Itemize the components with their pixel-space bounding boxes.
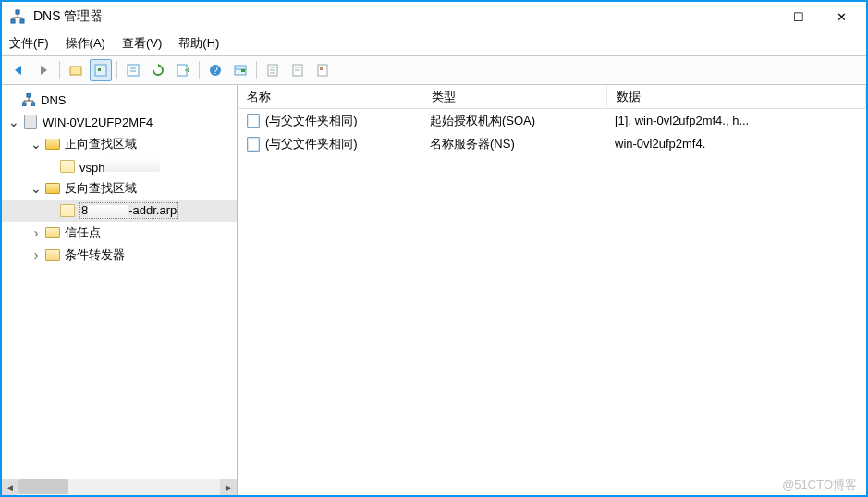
menu-bar: 文件(F) 操作(A) 查看(V) 帮助(H) [2, 31, 866, 55]
maximize-button[interactable]: ☐ [777, 3, 820, 30]
cell-name: (与父文件夹相同) [238, 111, 422, 131]
menu-help[interactable]: 帮助(H) [178, 35, 219, 52]
toolbar-icon-2[interactable] [90, 59, 112, 81]
tree-node-forward-item[interactable]: vsph [2, 155, 237, 177]
nav-forward-button[interactable] [32, 59, 55, 81]
window-title: DNS 管理器 [33, 8, 735, 25]
tree-node-trust[interactable]: 信任点 [2, 222, 237, 244]
svg-rect-30 [31, 103, 35, 106]
tree-label: WIN-0VL2UFP2MF4 [43, 115, 153, 129]
folder-icon [44, 224, 61, 241]
scroll-track[interactable] [18, 479, 220, 495]
svg-rect-28 [27, 93, 31, 97]
refresh-button[interactable] [147, 59, 169, 81]
column-header-name[interactable]: 名称 [238, 85, 422, 108]
tree-label: 反向查找区域 [65, 180, 137, 197]
window-controls: — ☐ ✕ [735, 3, 862, 30]
list-row[interactable]: (与父文件夹相同) 起始授权机构(SOA) [1], win-0vl2ufp2m… [238, 109, 866, 132]
svg-rect-2 [20, 19, 24, 23]
zone-file-icon [59, 158, 76, 175]
toolbar-icon-1[interactable] [65, 59, 87, 81]
toolbar-separator [116, 61, 117, 79]
svg-rect-29 [22, 103, 26, 106]
svg-rect-27 [320, 67, 323, 70]
folder-icon [44, 247, 61, 263]
list-body: (与父文件夹相同) 起始授权机构(SOA) [1], win-0vl2ufp2m… [238, 109, 866, 495]
tree-label: vsph [79, 159, 160, 175]
watermark: @51CTO博客 [782, 477, 857, 493]
svg-text:?: ? [213, 66, 218, 76]
nav-back-button[interactable] [7, 59, 30, 81]
tree-label: 8-addr.arp [79, 202, 178, 219]
tree-node-server[interactable]: WIN-0VL2UFP2MF4 [2, 111, 237, 133]
content-area: DNS WIN-0VL2UFP2MF4 正向查找区域 vsph [2, 85, 866, 495]
tree-scrollbar-horizontal[interactable]: ◄ ► [2, 479, 237, 495]
column-header-type[interactable]: 类型 [422, 85, 607, 108]
svg-rect-18 [241, 69, 245, 72]
dns-root-icon [20, 91, 37, 108]
menu-operate[interactable]: 操作(A) [66, 35, 105, 52]
tree-label: 信任点 [65, 224, 101, 241]
minimize-button[interactable]: — [735, 3, 777, 30]
tree-node-reverse-item[interactable]: 8-addr.arp [2, 200, 237, 222]
help-button[interactable]: ? [204, 59, 226, 81]
scroll-thumb[interactable] [18, 479, 68, 494]
tree-node-conditional[interactable]: 条件转发器 [2, 244, 237, 266]
tree-label: 正向查找区域 [65, 136, 137, 152]
toolbar-icon-6[interactable] [229, 59, 251, 81]
cell-type: 起始授权机构(SOA) [422, 111, 607, 131]
svg-rect-10 [128, 65, 139, 76]
toolbar-icon-3[interactable] [122, 59, 144, 81]
close-button[interactable]: ✕ [820, 3, 862, 30]
server-icon [22, 114, 39, 130]
svg-rect-1 [11, 19, 15, 23]
titlebar: DNS 管理器 — ☐ ✕ [2, 2, 866, 31]
window-frame: DNS 管理器 — ☐ ✕ 文件(F) 操作(A) 查看(V) 帮助(H) ? [0, 0, 868, 497]
tree-root-dns[interactable]: DNS [2, 89, 237, 111]
scroll-left-button[interactable]: ◄ [2, 479, 18, 495]
expander-closed-icon[interactable] [30, 226, 43, 239]
toolbar-separator [199, 61, 200, 79]
folder-open-icon [44, 180, 61, 197]
list-row[interactable]: (与父文件夹相同) 名称服务器(NS) win-0vl2ufp2mf4. [238, 132, 866, 155]
scroll-right-button[interactable]: ► [220, 479, 237, 495]
menu-view[interactable]: 查看(V) [122, 35, 162, 52]
folder-open-icon [44, 136, 61, 152]
expander-open-icon[interactable] [30, 138, 43, 151]
column-header-data[interactable]: 数据 [607, 85, 866, 108]
record-icon [245, 113, 262, 129]
list-header: 名称 类型 数据 [238, 85, 866, 109]
svg-rect-7 [70, 67, 81, 75]
toolbar-icon-8[interactable] [287, 59, 309, 81]
tree-panel: DNS WIN-0VL2UFP2MF4 正向查找区域 vsph [2, 85, 238, 495]
cell-type: 名称服务器(NS) [422, 134, 607, 154]
cell-data: [1], win-0vl2ufp2mf4., h... [607, 112, 866, 129]
svg-rect-0 [16, 10, 19, 14]
expander-open-icon[interactable] [7, 115, 20, 128]
expander-icon [6, 93, 18, 106]
tree-body: DNS WIN-0VL2UFP2MF4 正向查找区域 vsph [2, 85, 237, 479]
toolbar-icon-7[interactable] [262, 59, 284, 81]
toolbar-separator [59, 61, 60, 79]
cell-data: win-0vl2ufp2mf4. [607, 135, 866, 152]
toolbar-icon-9[interactable] [312, 59, 334, 81]
expander-open-icon[interactable] [30, 182, 43, 195]
list-panel: 名称 类型 数据 (与父文件夹相同) 起始授权机构(SOA) [1], win-… [238, 85, 866, 495]
record-icon [245, 136, 262, 152]
zone-file-icon [59, 202, 76, 219]
tree-label: DNS [41, 93, 66, 107]
tree-node-forward-zone[interactable]: 正向查找区域 [2, 133, 237, 155]
app-icon [9, 8, 26, 25]
svg-rect-9 [98, 68, 101, 71]
toolbar: ? [2, 55, 866, 85]
tree-node-reverse-zone[interactable]: 反向查找区域 [2, 177, 237, 200]
export-button[interactable] [172, 59, 194, 81]
menu-file[interactable]: 文件(F) [9, 35, 49, 52]
toolbar-separator [256, 61, 257, 79]
expander-closed-icon[interactable] [30, 248, 43, 261]
tree-label: 条件转发器 [65, 247, 125, 263]
cell-name: (与父文件夹相同) [238, 134, 422, 154]
